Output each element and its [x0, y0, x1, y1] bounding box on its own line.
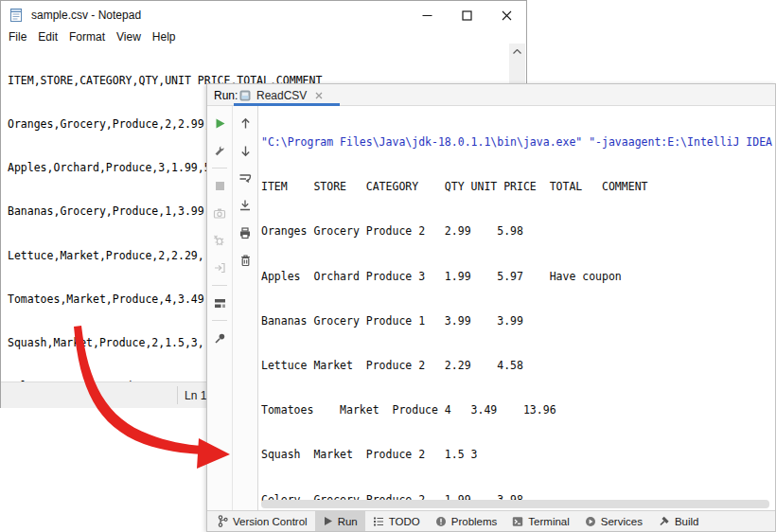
console-row: Tomatoes Market Produce 4 3.49 13.96 [261, 403, 775, 421]
console-row: Bananas Grocery Produce 1 3.99 3.99 [261, 314, 775, 332]
soft-wrap-button[interactable] [233, 168, 257, 188]
console-header-row: ITEM STORE CATEGORY QTY UNIT PRICE TOTAL… [261, 180, 775, 198]
arrow-up-icon [239, 117, 252, 130]
console-row: Lettuce Market Produce 2 2.29 4.58 [261, 359, 775, 377]
restart-debug-button[interactable] [207, 230, 232, 251]
menu-file[interactable]: File [3, 30, 32, 44]
toolwindow-todo[interactable]: TODO [365, 511, 428, 531]
console-row: Squash Market Produce 2 1.5 3 [261, 448, 775, 466]
scroll-down-button[interactable] [233, 140, 257, 161]
console-command-line: "C:\Program Files\Java\jdk-18.0.1.1\bin\… [261, 135, 775, 153]
statusbar-divider [177, 386, 178, 404]
toolwindow-label: Services [601, 516, 643, 527]
tool-window-bar: Version Control Run TODO Problems [207, 510, 775, 531]
terminal-icon [512, 516, 523, 527]
arrow-down-icon [239, 145, 252, 157]
toolwindow-label: Problems [451, 516, 498, 527]
console-horizontal-scrollbar[interactable] [261, 500, 769, 508]
minimize-button[interactable] [407, 1, 447, 29]
notepad-app-icon [9, 8, 24, 23]
toolwindow-terminal[interactable]: Terminal [504, 511, 576, 531]
toolwindow-build[interactable]: Build [650, 511, 707, 531]
toolwindow-label: Run [338, 516, 358, 527]
edit-configuration-button[interactable] [207, 140, 232, 161]
toolwindow-services[interactable]: Services [577, 511, 650, 531]
problems-icon [435, 516, 447, 527]
clear-all-button[interactable] [233, 250, 257, 271]
services-icon [585, 516, 596, 527]
menu-format[interactable]: Format [63, 30, 111, 44]
run-panel-header: Run: ReadCSV [207, 84, 775, 106]
layout-rows-icon [214, 297, 226, 310]
toolwindow-run[interactable]: Run [315, 511, 365, 531]
menu-help[interactable]: Help [147, 30, 182, 44]
wrench-icon [213, 144, 226, 157]
notepad-menubar: File Edit Format View Help [1, 29, 526, 44]
soft-wrap-icon [238, 171, 252, 185]
trash-icon [239, 254, 252, 267]
line-column-indicator: Ln 1 [185, 382, 206, 408]
toolwindow-label: Version Control [233, 516, 308, 527]
dump-threads-button[interactable] [207, 203, 232, 223]
maximize-button[interactable] [447, 1, 486, 29]
enter-bracket-icon [213, 261, 226, 275]
run-console-output[interactable]: "C:\Program Files\Java\jdk-18.0.1.1\bin\… [258, 106, 775, 510]
camera-icon [213, 206, 226, 220]
screenshot-canvas: sample.csv - Notepad File Edit Format Vi… [0, 0, 776, 532]
menu-edit[interactable]: Edit [32, 30, 63, 44]
tab-title: ReadCSV [256, 89, 307, 102]
toolwindow-label: Build [675, 516, 699, 527]
pin-tab-button[interactable] [207, 328, 232, 348]
bug-icon [213, 234, 226, 247]
git-branch-icon [217, 515, 228, 527]
toolwindow-label: TODO [389, 516, 420, 527]
notepad-titlebar[interactable]: sample.csv - Notepad [1, 1, 526, 29]
console-row: Apples Orchard Produce 3 1.99 5.97 Have … [261, 270, 775, 288]
close-button[interactable] [486, 1, 526, 29]
scroll-to-end-button[interactable] [233, 195, 257, 216]
pin-icon [214, 332, 226, 345]
toolbar-divider [212, 168, 227, 168]
stop-square-icon [215, 181, 225, 191]
toolwindow-label: Terminal [528, 516, 569, 527]
toolbar-divider [212, 285, 227, 286]
print-button[interactable] [233, 222, 257, 243]
intellij-run-panel: Run: ReadCSV [206, 83, 776, 532]
console-row: Oranges Grocery Produce 2 2.99 5.98 [261, 224, 775, 242]
run-console-tab-icon [239, 90, 251, 101]
console-toolbar [232, 106, 257, 510]
notepad-window-title: sample.csv - Notepad [31, 9, 141, 22]
todo-list-icon [373, 516, 384, 527]
stop-button[interactable] [207, 175, 232, 196]
toolbar-divider [212, 320, 227, 321]
tab-close-icon[interactable] [314, 91, 324, 100]
rerun-button[interactable] [207, 113, 232, 133]
toolwindow-problems[interactable]: Problems [428, 511, 505, 531]
scroll-to-end-icon [238, 199, 252, 212]
printer-icon [238, 226, 252, 239]
run-toolbar-left [207, 106, 232, 510]
scrollbar-up-arrow-icon[interactable] [509, 44, 525, 60]
scroll-up-button[interactable] [233, 113, 257, 133]
restore-layout-button[interactable] [207, 293, 232, 313]
play-icon [323, 516, 333, 526]
menu-view[interactable]: View [111, 30, 147, 44]
toolwindow-version-control[interactable]: Version Control [209, 511, 315, 531]
build-hammer-icon [658, 516, 670, 527]
attach-process-button[interactable] [207, 257, 232, 278]
